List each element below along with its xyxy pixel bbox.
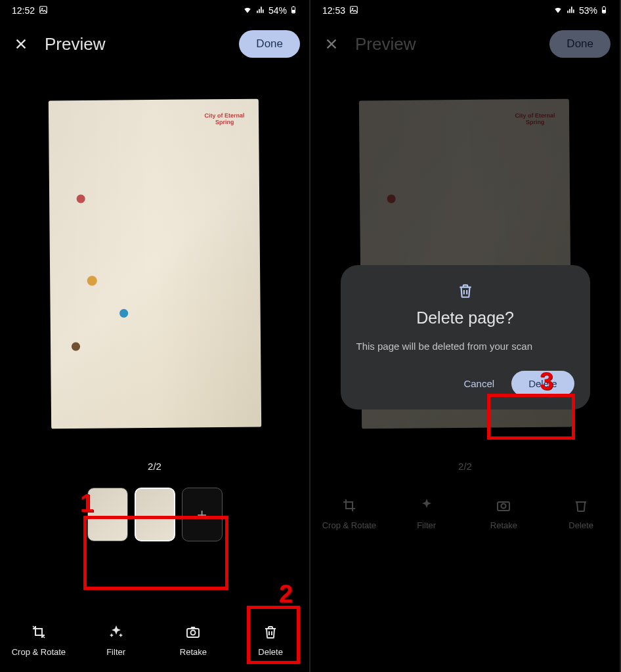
wifi-icon xyxy=(242,5,253,16)
page-title: Preview xyxy=(45,34,227,54)
phone-right: 12:53 53% Preview Done 2/2 + xyxy=(310,0,621,672)
filter-button[interactable]: Filter xyxy=(77,609,155,672)
page-counter: 2/2 xyxy=(0,461,309,472)
svg-point-1 xyxy=(41,8,43,9)
wifi-icon xyxy=(553,5,563,16)
svg-point-8 xyxy=(352,8,353,9)
crop-rotate-button[interactable]: Crop & Rotate xyxy=(0,609,77,672)
delete-label: Delete xyxy=(258,647,283,657)
filter-label: Filter xyxy=(106,647,125,657)
dialog-actions: Cancel Delete xyxy=(356,371,574,396)
done-button[interactable]: Done xyxy=(239,30,300,58)
status-time: 12:53 xyxy=(322,5,345,16)
bottom-toolbar: Crop & Rotate Filter Retake Delete xyxy=(0,609,309,672)
phone-left: 12:52 54% Preview Done 2/2 + Crop & Rota… xyxy=(0,0,310,672)
svg-rect-4 xyxy=(293,6,294,7)
gallery-icon xyxy=(349,5,358,16)
thumbnail-strip: + xyxy=(0,484,309,545)
page-title: Preview xyxy=(355,34,538,54)
trash-icon xyxy=(263,624,278,642)
retake-button[interactable]: Retake xyxy=(155,609,232,672)
close-button[interactable] xyxy=(320,32,343,56)
battery-icon xyxy=(289,5,297,17)
cancel-button[interactable]: Cancel xyxy=(456,371,502,396)
confirm-delete-button[interactable]: Delete xyxy=(511,371,574,396)
svg-rect-11 xyxy=(603,6,605,7)
status-bar: 12:53 53% xyxy=(310,0,620,21)
battery-icon xyxy=(600,5,608,17)
delete-confirmation-dialog: Delete page? This page will be deleted f… xyxy=(341,265,590,410)
delete-button[interactable]: Delete xyxy=(232,609,309,672)
dialog-body: This page will be deleted from your scan xyxy=(356,339,574,354)
svg-rect-7 xyxy=(351,6,358,13)
battery-text: 53% xyxy=(579,5,597,16)
preview-area xyxy=(0,67,309,461)
gallery-icon xyxy=(39,5,48,16)
svg-rect-10 xyxy=(603,10,605,13)
battery-text: 54% xyxy=(268,5,287,16)
app-bar: Preview Done xyxy=(0,21,309,67)
retake-label: Retake xyxy=(180,647,207,657)
status-time: 12:52 xyxy=(12,5,35,16)
thumbnail-2[interactable] xyxy=(135,488,175,541)
close-button[interactable] xyxy=(9,32,33,56)
thumbnail-1[interactable] xyxy=(87,488,128,541)
add-page-button[interactable]: + xyxy=(182,488,223,541)
svg-rect-0 xyxy=(40,6,47,13)
signal-icon xyxy=(566,5,576,16)
camera-icon xyxy=(185,624,201,642)
filter-icon xyxy=(108,624,124,642)
dialog-scrim[interactable]: Delete page? This page will be deleted f… xyxy=(310,66,620,609)
crop-rotate-label: Crop & Rotate xyxy=(12,647,66,657)
trash-icon xyxy=(356,282,574,299)
done-button[interactable]: Done xyxy=(549,30,610,58)
app-bar: Preview Done xyxy=(310,21,620,67)
dialog-title: Delete page? xyxy=(356,308,574,327)
status-bar: 12:52 54% xyxy=(0,0,309,21)
crop-rotate-icon xyxy=(31,624,47,642)
signal-icon xyxy=(255,5,266,16)
annotation-number-2: 2 xyxy=(279,580,293,608)
svg-rect-3 xyxy=(292,10,295,13)
svg-point-6 xyxy=(191,631,196,635)
scanned-page-preview[interactable] xyxy=(48,99,261,429)
